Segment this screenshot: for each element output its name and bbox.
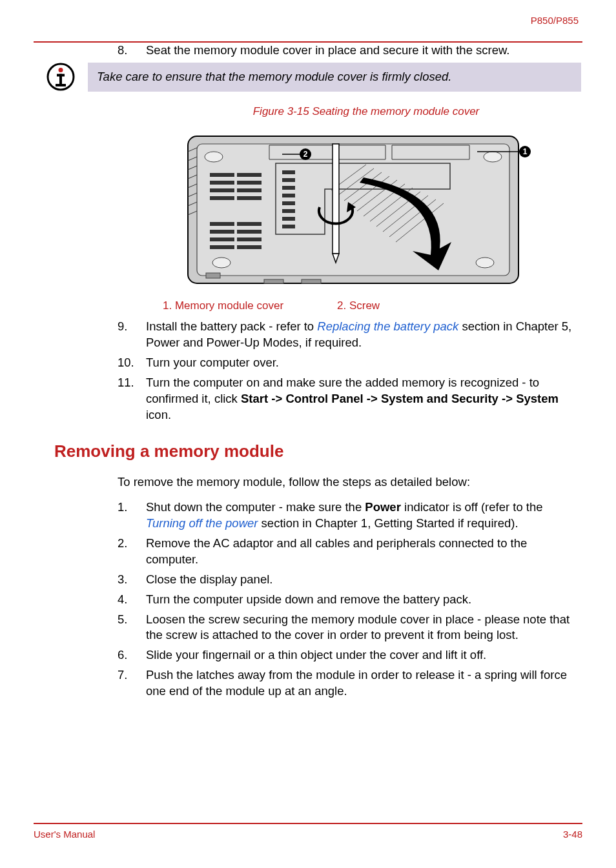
- list-text: Turn the computer on and make sure the a…: [146, 375, 576, 423]
- list-number: 9.: [118, 319, 146, 351]
- svg-rect-62: [206, 273, 220, 278]
- svg-point-9: [212, 257, 231, 268]
- list-text: Slide your fingernail or a thin object u…: [146, 647, 576, 663]
- list-number: 3.: [118, 572, 146, 588]
- link-turning-off-power[interactable]: Turning off the power: [146, 516, 258, 530]
- text-fragment: Install the battery pack - refer to: [146, 319, 317, 333]
- step-8: 8. Seat the memory module cover in place…: [118, 43, 576, 59]
- section-intro: To remove the memory module, follow the …: [118, 474, 576, 490]
- svg-rect-64: [302, 279, 321, 283]
- list-text: Shut down the computer - make sure the P…: [146, 500, 576, 532]
- legend-1: 1. Memory module cover: [163, 299, 337, 314]
- svg-rect-55: [333, 144, 339, 254]
- list-text: Install the battery pack - refer to Repl…: [146, 319, 576, 351]
- page-footer: User's Manual 3-48: [34, 823, 582, 841]
- footer-rule: [34, 823, 582, 824]
- header-model: P850/P855: [531, 14, 579, 27]
- bold-text: Start -> Control Panel -> System and Sec…: [241, 392, 559, 405]
- list-number: 11.: [118, 375, 146, 423]
- info-icon: [46, 63, 75, 91]
- list-number: 6.: [118, 647, 146, 663]
- svg-point-10: [476, 257, 494, 268]
- remove-step-4: 4. Turn the computer upside down and rem…: [118, 592, 576, 608]
- text-fragment: Shut down the computer - make sure the: [146, 500, 365, 514]
- link-replacing-battery-pack[interactable]: Replacing the battery pack: [317, 319, 458, 333]
- svg-point-1: [59, 68, 63, 72]
- svg-text:1: 1: [523, 147, 528, 156]
- svg-text:2: 2: [303, 150, 308, 159]
- svg-point-8: [484, 152, 502, 162]
- list-number: 5.: [118, 612, 146, 644]
- svg-point-7: [205, 152, 223, 162]
- section-heading: Removing a memory module: [54, 440, 576, 463]
- list-text: Close the display panel.: [146, 572, 576, 588]
- step-9: 9. Install the battery pack - refer to R…: [118, 319, 576, 351]
- figure-legend: 1. Memory module cover 2. Screw: [163, 299, 576, 314]
- list-number: 2.: [118, 536, 146, 568]
- list-number: 10.: [118, 355, 146, 371]
- svg-rect-63: [264, 279, 283, 283]
- list-text: Seat the memory module cover in place an…: [146, 43, 576, 59]
- bold-text: Power: [365, 500, 401, 514]
- figure-caption: Figure 3-15 Seating the memory module co…: [156, 105, 576, 119]
- list-text: Turn your computer over.: [146, 355, 576, 371]
- list-text: Turn the computer upside down and remove…: [146, 592, 576, 608]
- remove-step-6: 6. Slide your fingernail or a thin objec…: [118, 647, 576, 663]
- list-number: 7.: [118, 667, 146, 700]
- remove-step-2: 2. Remove the AC adaptor and all cables …: [118, 536, 576, 568]
- text-fragment: icon.: [146, 408, 171, 421]
- remove-step-3: 3. Close the display panel.: [118, 572, 576, 588]
- list-text: Remove the AC adaptor and all cables and…: [146, 536, 576, 568]
- step-10: 10. Turn your computer over.: [118, 355, 576, 371]
- note-callout: Take care to ensure that the memory modu…: [46, 63, 581, 92]
- list-text: Loosen the screw securing the memory mod…: [146, 612, 576, 644]
- remove-step-1: 1. Shut down the computer - make sure th…: [118, 500, 576, 532]
- list-number: 1.: [118, 500, 146, 532]
- legend-2: 2. Screw: [337, 299, 380, 314]
- remove-step-5: 5. Loosen the screw securing the memory …: [118, 612, 576, 644]
- text-fragment: indicator is off (refer to the: [401, 500, 543, 514]
- svg-rect-3: [59, 74, 62, 86]
- step-11: 11. Turn the computer on and make sure t…: [118, 375, 576, 423]
- remove-step-7: 7. Push the latches away from the module…: [118, 667, 576, 700]
- figure-diagram: 1 2: [130, 126, 576, 294]
- text-fragment: section in Chapter 1, Getting Started if…: [258, 516, 518, 530]
- list-number: 4.: [118, 592, 146, 608]
- note-text: Take care to ensure that the memory modu…: [88, 63, 581, 92]
- footer-left: User's Manual: [34, 828, 95, 841]
- list-number: 8.: [118, 43, 146, 59]
- svg-rect-4: [56, 84, 66, 86]
- footer-page-number: 3-48: [563, 828, 582, 841]
- list-text: Push the latches away from the module in…: [146, 667, 576, 700]
